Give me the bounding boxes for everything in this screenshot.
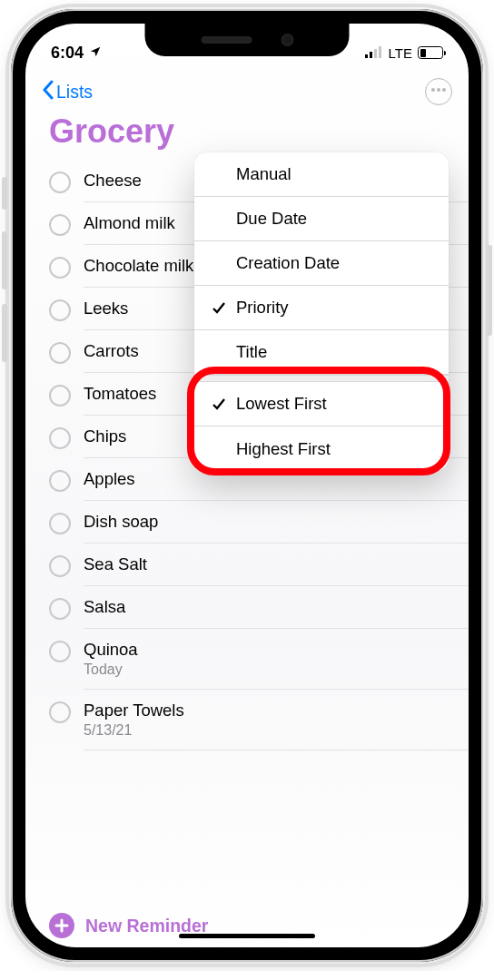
volume-down-button [2, 304, 7, 362]
reminder-title: Paper Towels [84, 701, 469, 720]
checkmark-icon [211, 300, 227, 315]
reminder-row[interactable]: Dish soap [25, 501, 469, 544]
status-clock: 6:04 [51, 44, 84, 63]
power-button [487, 245, 492, 336]
sort-option-priority[interactable]: Priority [194, 286, 449, 330]
reminder-title: Salsa [84, 597, 469, 617]
complete-toggle[interactable] [49, 641, 71, 662]
notch [145, 24, 350, 56]
menu-item-label: Due Date [236, 209, 307, 229]
more-button[interactable] [425, 78, 452, 105]
complete-toggle[interactable] [49, 555, 71, 577]
sort-order-lowest-first[interactable]: Lowest First [194, 382, 449, 426]
reminder-text[interactable]: Apples [84, 469, 469, 501]
reminder-subtitle: Today [84, 662, 469, 678]
reminder-title: Dish soap [84, 512, 469, 532]
sort-option-manual[interactable]: Manual [194, 152, 449, 197]
reminder-text[interactable]: Sea Salt [84, 554, 469, 586]
reminder-title: Sea Salt [84, 554, 469, 574]
reminder-title: Quinoa [84, 640, 469, 660]
battery-icon [418, 46, 443, 59]
sort-order-highest-first[interactable]: Highest First [194, 426, 449, 471]
menu-item-label: Creation Date [236, 253, 340, 273]
menu-item-label: Manual [236, 164, 291, 184]
complete-toggle[interactable] [49, 598, 71, 620]
reminder-subtitle: 5/13/21 [84, 722, 469, 739]
screen: 6:04 LTE Lists [25, 24, 469, 947]
checkmark-icon [211, 397, 227, 411]
complete-toggle[interactable] [49, 342, 71, 364]
svg-point-5 [437, 88, 440, 92]
reminder-row[interactable]: Paper Towels5/13/21 [25, 690, 469, 750]
menu-item-label: Title [236, 342, 267, 362]
reminder-row[interactable]: QuinoaToday [25, 629, 469, 690]
network-label: LTE [389, 45, 412, 61]
complete-toggle[interactable] [49, 701, 71, 723]
reminder-text[interactable]: Paper Towels5/13/21 [84, 701, 469, 750]
complete-toggle[interactable] [49, 513, 71, 534]
complete-toggle[interactable] [49, 299, 71, 321]
complete-toggle[interactable] [49, 470, 71, 492]
location-icon [89, 44, 102, 63]
complete-toggle[interactable] [49, 214, 71, 236]
reminder-row[interactable]: Sea Salt [25, 544, 469, 586]
complete-toggle[interactable] [49, 385, 71, 407]
reminder-row[interactable]: Salsa [25, 586, 469, 629]
sort-option-title[interactable]: Title [194, 330, 449, 375]
svg-rect-0 [365, 54, 368, 58]
sort-menu: ManualDue DateCreation DatePriorityTitle… [194, 152, 449, 471]
mute-switch [2, 177, 7, 210]
plus-icon [49, 913, 74, 938]
complete-toggle[interactable] [49, 172, 71, 193]
svg-point-4 [431, 88, 435, 92]
volume-up-button [2, 231, 7, 289]
menu-item-label: Highest First [236, 439, 331, 459]
sort-option-creation-date[interactable]: Creation Date [194, 241, 449, 286]
chevron-left-icon [42, 80, 54, 104]
reminder-text[interactable]: Salsa [84, 597, 469, 629]
device-frame: 6:04 LTE Lists [11, 9, 483, 962]
ellipsis-icon [430, 87, 447, 93]
menu-item-label: Priority [236, 298, 289, 318]
complete-toggle[interactable] [49, 257, 71, 279]
back-button[interactable]: Lists [42, 80, 93, 104]
nav-bar: Lists [25, 69, 469, 111]
back-label: Lists [56, 82, 93, 103]
complete-toggle[interactable] [49, 427, 71, 449]
sort-option-due-date[interactable]: Due Date [194, 197, 449, 241]
svg-rect-2 [374, 49, 377, 58]
menu-item-label: Lowest First [236, 394, 327, 414]
cellular-icon [365, 44, 383, 63]
reminder-text[interactable]: QuinoaToday [84, 640, 469, 690]
svg-point-6 [442, 88, 446, 92]
reminder-text[interactable]: Dish soap [84, 512, 469, 544]
svg-rect-3 [379, 46, 381, 58]
reminder-title: Apples [84, 469, 469, 489]
new-reminder-button[interactable]: New Reminder [25, 900, 469, 947]
svg-rect-1 [370, 52, 372, 58]
menu-group-separator [194, 375, 449, 382]
home-indicator[interactable] [179, 934, 315, 938]
